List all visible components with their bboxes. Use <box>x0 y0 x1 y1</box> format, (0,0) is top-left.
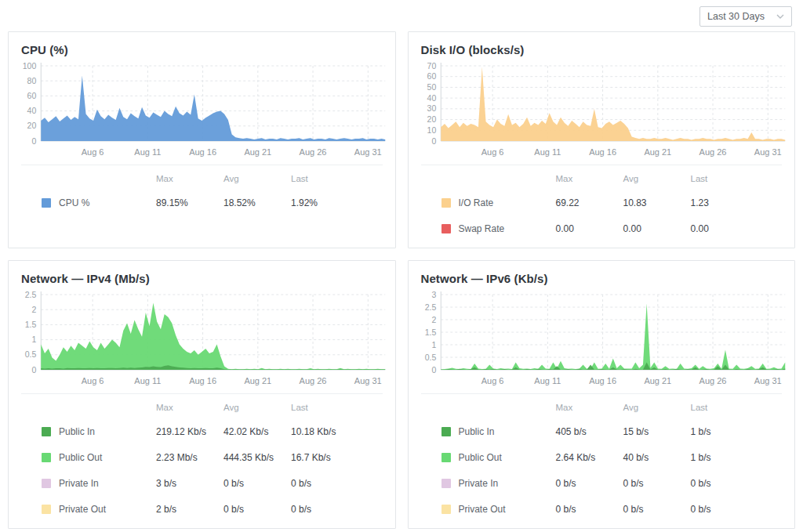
y-axis-tick-label: 60 <box>427 71 436 81</box>
legend-row: Public In219.12 Kb/s42.02 Kb/s10.18 Kb/s <box>42 418 383 444</box>
x-axis-tick-label: Aug 26 <box>300 376 327 385</box>
x-axis-tick-label: Aug 16 <box>189 376 216 385</box>
series-label: Swap Rate <box>459 223 556 234</box>
network-ipv6-legend: MaxAvgLastPublic In405 b/s15 b/s1 b/sPub… <box>421 393 783 522</box>
cpu-legend: MaxAvgLastCPU %89.15%18.52%1.92% <box>21 165 383 215</box>
x-axis-tick-label: Aug 31 <box>354 376 382 385</box>
y-axis-tick-label: 0 <box>431 365 436 375</box>
stat-avg: 18.52% <box>223 197 291 208</box>
y-axis-tick-label: 40 <box>427 93 436 103</box>
y-axis-tick-label: 0.5 <box>25 349 37 359</box>
stat-max: 2.64 Kb/s <box>556 452 623 463</box>
cpu-chart: 100806040200Aug 6Aug 11Aug 16Aug 21Aug 2… <box>9 58 395 161</box>
cpu-chart-card: CPU (%) 100806040200Aug 6Aug 11Aug 16Aug… <box>8 31 396 248</box>
stat-avg: 0 b/s <box>223 504 291 515</box>
area-chart-svg: 706050403020100Aug 6Aug 11Aug 16Aug 21Au… <box>409 60 792 161</box>
network-ipv4-chart-title: Network — IPv4 (Mb/s) <box>21 272 395 285</box>
stat-max: 0.00 <box>556 223 623 234</box>
stat-max: 0 b/s <box>556 504 623 515</box>
legend-row: CPU %89.15%18.52%1.92% <box>42 190 383 215</box>
y-axis-tick-label: 20 <box>427 114 436 124</box>
y-axis-tick-label: 10 <box>427 125 436 135</box>
stat-avg: 0 b/s <box>623 478 691 489</box>
y-axis-tick-label: 1 <box>431 340 436 349</box>
charts-grid: CPU (%) 100806040200Aug 6Aug 11Aug 16Aug… <box>8 31 795 529</box>
y-axis-tick-label: 1.5 <box>25 320 37 329</box>
legend-row: Private In3 b/s0 b/s0 b/s <box>42 470 383 496</box>
x-axis-tick-label: Aug 21 <box>244 147 271 157</box>
legend-row: Public In405 b/s15 b/s1 b/s <box>441 418 783 444</box>
toolbar: Last 30 Days <box>0 0 803 31</box>
network-ipv6-chart-card: Network — IPv6 (Kb/s) 32.521.510.50Aug 6… <box>408 260 796 529</box>
y-axis-tick-label: 0.5 <box>424 353 436 362</box>
y-axis-tick-label: 1 <box>31 335 36 344</box>
x-axis-tick-label: Aug 31 <box>354 147 382 157</box>
area-chart-svg: 100806040200Aug 6Aug 11Aug 16Aug 21Aug 2… <box>9 60 392 161</box>
stat-avg: 42.02 Kb/s <box>223 426 291 437</box>
series-swatch <box>441 224 451 233</box>
network-ipv6-chart: 32.521.510.50Aug 6Aug 11Aug 16Aug 21Aug … <box>409 287 795 390</box>
x-axis-tick-label: Aug 6 <box>82 376 104 385</box>
y-axis-tick-label: 0 <box>31 365 36 375</box>
stat-last: 10.18 Kb/s <box>291 426 358 437</box>
network-ipv4-chart: 2.521.510.50Aug 6Aug 11Aug 16Aug 21Aug 2… <box>9 287 395 390</box>
y-axis-tick-label: 60 <box>27 91 37 100</box>
legend-row: I/O Rate69.2210.831.23 <box>441 190 783 215</box>
y-axis-tick-label: 2.5 <box>424 302 436 312</box>
y-axis-tick-label: 0 <box>431 136 436 146</box>
x-axis-tick-label: Aug 26 <box>300 147 327 157</box>
series-swatch <box>42 453 51 462</box>
x-axis-tick-label: Aug 31 <box>754 376 781 385</box>
area-chart-svg: 2.521.510.50Aug 6Aug 11Aug 16Aug 21Aug 2… <box>9 288 392 390</box>
legend-col-max: Max <box>556 174 623 183</box>
y-axis-tick-label: 80 <box>27 76 37 85</box>
stat-avg: 40 b/s <box>623 452 691 463</box>
stat-last: 0 b/s <box>691 478 758 489</box>
stat-last: 0 b/s <box>691 504 758 515</box>
x-axis-tick-label: Aug 11 <box>534 376 561 385</box>
x-axis-tick-label: Aug 21 <box>244 376 271 385</box>
area-chart-svg: 32.521.510.50Aug 6Aug 11Aug 16Aug 21Aug … <box>409 288 792 390</box>
series-swatch <box>441 427 451 436</box>
stat-max: 89.15% <box>156 197 223 208</box>
time-range-value: Last 30 Days <box>707 11 765 22</box>
series-label: CPU % <box>59 197 156 208</box>
series-label: I/O Rate <box>459 197 556 208</box>
series-label: Public In <box>459 426 556 437</box>
stat-avg: 10.83 <box>623 197 691 208</box>
legend-row: Public Out2.64 Kb/s40 b/s1 b/s <box>441 444 783 470</box>
legend-col-max: Max <box>156 174 223 183</box>
y-axis-tick-label: 70 <box>427 61 436 71</box>
y-axis-tick-label: 2 <box>31 305 36 314</box>
x-axis-tick-label: Aug 16 <box>589 376 616 385</box>
legend-col-avg: Avg <box>223 403 291 412</box>
stat-max: 3 b/s <box>156 478 223 489</box>
legend-header-row: MaxAvgLast <box>42 167 383 190</box>
time-range-select[interactable]: Last 30 Days <box>699 6 792 27</box>
network-ipv6-chart-title: Network — IPv6 (Kb/s) <box>421 272 795 285</box>
y-axis-tick-label: 100 <box>23 61 37 71</box>
series-label: Public Out <box>59 452 156 463</box>
legend-col-max: Max <box>556 403 623 412</box>
y-axis-tick-label: 30 <box>427 103 436 113</box>
stat-last: 1 b/s <box>691 426 758 437</box>
y-axis-tick-label: 0 <box>31 136 36 146</box>
series-label: Private Out <box>459 504 556 515</box>
x-axis-tick-label: Aug 26 <box>699 376 726 385</box>
public-out-area <box>41 302 385 370</box>
stat-avg: 15 b/s <box>623 426 691 437</box>
network-ipv4-legend: MaxAvgLastPublic In219.12 Kb/s42.02 Kb/s… <box>21 393 383 522</box>
legend-col-avg: Avg <box>223 174 291 183</box>
stat-max: 0 b/s <box>556 478 623 489</box>
legend-header-row: MaxAvgLast <box>441 167 783 190</box>
legend-col-avg: Avg <box>623 174 691 183</box>
x-axis-tick-label: Aug 16 <box>589 147 616 157</box>
legend-col-last: Last <box>691 174 758 183</box>
stat-avg: 0 b/s <box>223 478 291 489</box>
series-label: Private Out <box>59 504 156 515</box>
legend-header-row: MaxAvgLast <box>42 396 383 418</box>
legend-col-avg: Avg <box>623 403 691 412</box>
series-swatch <box>441 453 451 462</box>
series-swatch <box>441 198 451 208</box>
legend-row: Private Out2 b/s0 b/s0 b/s <box>42 496 383 522</box>
